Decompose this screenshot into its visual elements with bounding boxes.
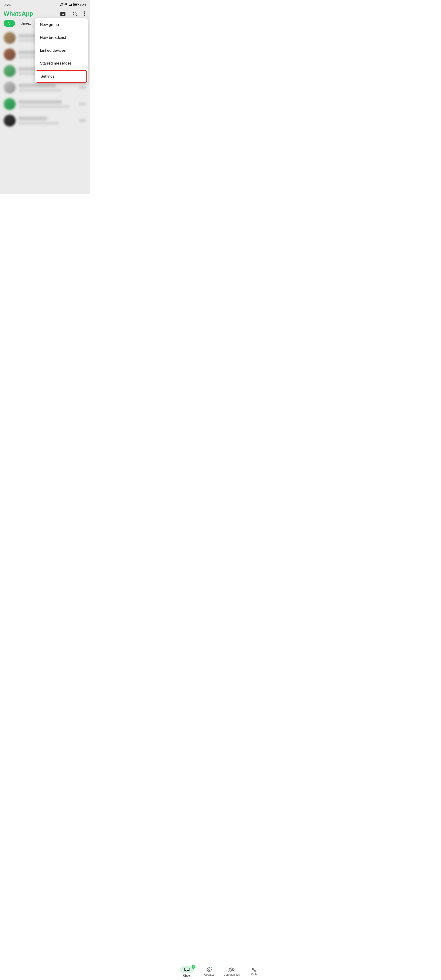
header-actions bbox=[59, 10, 86, 17]
svg-point-0 bbox=[66, 5, 67, 6]
dropdown-new-broadcast[interactable]: New broadcast bbox=[35, 31, 88, 44]
more-options-icon bbox=[84, 11, 85, 16]
signal-icon bbox=[69, 3, 72, 6]
dropdown-settings[interactable]: Settings bbox=[36, 70, 87, 83]
status-time: 9:28 bbox=[4, 3, 11, 7]
chat-item bbox=[0, 112, 89, 129]
search-button[interactable] bbox=[72, 10, 78, 17]
svg-point-11 bbox=[84, 15, 85, 16]
battery-icon bbox=[73, 3, 79, 6]
key-icon bbox=[60, 3, 64, 6]
dropdown-new-group[interactable]: New group bbox=[35, 18, 88, 31]
app-container: 9:28 8 bbox=[0, 0, 89, 194]
filter-all[interactable]: All bbox=[4, 20, 15, 27]
camera-icon bbox=[60, 11, 66, 16]
app-title: WhatsApp bbox=[4, 10, 33, 17]
svg-rect-6 bbox=[78, 4, 79, 5]
chat-item bbox=[0, 96, 89, 112]
svg-rect-3 bbox=[71, 4, 72, 6]
search-icon bbox=[72, 11, 77, 16]
dropdown-starred-messages[interactable]: Starred messages bbox=[35, 57, 88, 70]
wifi-icon bbox=[64, 3, 68, 6]
svg-point-9 bbox=[84, 11, 85, 13]
dropdown-menu: New group New broadcast Linked devices S… bbox=[35, 18, 88, 83]
more-options-button[interactable] bbox=[83, 10, 86, 17]
battery-percent: 80% bbox=[80, 3, 86, 6]
status-icons: 80% bbox=[60, 3, 86, 6]
svg-rect-2 bbox=[70, 5, 71, 6]
camera-button[interactable] bbox=[59, 10, 67, 17]
svg-rect-7 bbox=[74, 4, 77, 5]
status-bar: 9:28 8 bbox=[0, 0, 89, 8]
dropdown-linked-devices[interactable]: Linked devices bbox=[35, 44, 88, 57]
svg-point-10 bbox=[84, 13, 85, 14]
filter-unread[interactable]: Unread bbox=[17, 20, 35, 27]
svg-rect-1 bbox=[69, 5, 70, 6]
svg-rect-4 bbox=[72, 3, 72, 6]
